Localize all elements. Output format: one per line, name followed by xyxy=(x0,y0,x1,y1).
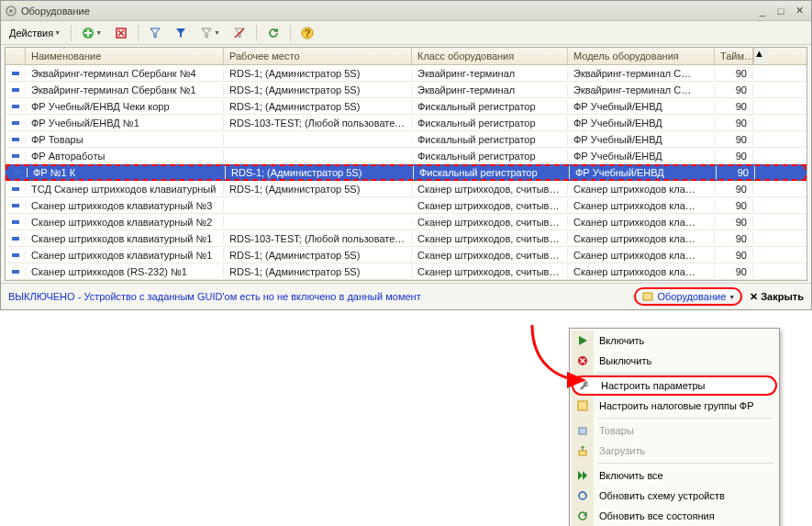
menu-item-wrench[interactable]: Настроить параметры xyxy=(572,375,777,396)
cell-class: Сканер штрихкодов, считыв… xyxy=(412,249,568,262)
menu-item-play[interactable]: Включить xyxy=(572,330,777,351)
cell-timeout: 90 xyxy=(715,232,753,245)
cell-model: Сканер штрихкодов кла… xyxy=(568,216,715,229)
window-icon xyxy=(5,5,17,17)
cell-model: ФР Учебный/ЕНВД xyxy=(568,150,715,162)
close-panel-button[interactable]: ✕ Закрыть xyxy=(750,291,804,303)
filter2-button[interactable] xyxy=(170,24,192,42)
cell-model: Сканер штрихкодов кла… xyxy=(568,183,715,196)
table-row[interactable]: Эквайринг-терминал Сбербанк №1RDS-1; (Ад… xyxy=(6,82,806,98)
clear-filter-button[interactable] xyxy=(228,24,250,42)
cell-class: Сканер штрихкодов, считыв… xyxy=(412,232,568,245)
percent-icon xyxy=(575,398,590,413)
col-name[interactable]: Наименование xyxy=(26,48,224,64)
svg-rect-10 xyxy=(12,138,19,141)
menu-item-label: Настроить налоговые группы ФР xyxy=(599,400,754,411)
cell-class: Фискальный регистратор xyxy=(412,100,568,113)
svg-rect-18 xyxy=(12,270,19,274)
menu-item-label: Товары xyxy=(599,425,634,436)
delete-button[interactable] xyxy=(110,24,132,42)
cell-workplace xyxy=(224,139,412,140)
cell-name: Эквайринг-терминал Сбербанк №1 xyxy=(26,84,224,96)
table-row[interactable]: Эквайринг-терминал Сбербанк №4RDS-1; (Ад… xyxy=(6,65,806,82)
actions-label: Действия xyxy=(9,28,53,39)
cell-model: Сканер штрихкодов кла… xyxy=(568,265,715,278)
svg-rect-22 xyxy=(579,428,586,434)
table-row[interactable]: Сканер штрихкодов клавиатурный №1RDS-1; … xyxy=(6,247,806,263)
cell-workplace xyxy=(224,221,412,223)
cell-timeout: 90 xyxy=(715,100,753,113)
row-status-icon xyxy=(6,251,26,260)
play-icon xyxy=(575,333,590,348)
cell-workplace: RDS-1; (Администратор 5S) xyxy=(224,100,412,113)
refresh-all-icon xyxy=(575,509,590,523)
svg-text:?: ? xyxy=(305,28,311,39)
equipment-grid: Наименование Рабочее место Класс оборудо… xyxy=(5,47,807,281)
table-row[interactable]: ФР Учебный/ЕНВД №1RDS-103-TEST; (Любой п… xyxy=(6,115,806,131)
minimize-button[interactable]: _ xyxy=(754,4,771,18)
row-status-icon xyxy=(6,118,26,128)
wrench-icon xyxy=(577,378,592,393)
svg-rect-7 xyxy=(12,88,19,92)
col-class[interactable]: Класс оборудования xyxy=(412,48,568,64)
table-row[interactable]: ФР №1 КRDS-1; (Администратор 5S)Фискальн… xyxy=(6,164,806,181)
table-row[interactable]: ТСД Сканер штрихкодов клавиатурныйRDS-1;… xyxy=(6,181,806,197)
menu-item-refresh-schema[interactable]: Обновить схему устройств xyxy=(572,486,777,506)
cell-name: Сканер штрихкодов клавиатурный №1 xyxy=(26,249,224,262)
add-button[interactable]: ▼ xyxy=(77,24,106,42)
cell-class: Эквайринг-терминал xyxy=(412,67,568,80)
table-row[interactable]: ФР ТоварыФискальный регистраторФР Учебны… xyxy=(6,131,806,148)
actions-dropdown[interactable]: Действия▼ xyxy=(5,24,65,42)
cell-model: ФР Учебный/ЕНВД xyxy=(568,100,715,113)
cell-timeout: 90 xyxy=(715,249,753,262)
cell-workplace: RDS-103-TEST; (Любой пользователь) xyxy=(224,232,412,245)
filter3-button[interactable]: ▼ xyxy=(195,24,225,42)
refresh-button[interactable] xyxy=(262,24,284,42)
col-icon[interactable] xyxy=(6,48,26,64)
table-row[interactable]: Сканер штрихкодов клавиатурный №1RDS-103… xyxy=(6,230,806,247)
menu-item-refresh-all[interactable]: Обновить все состояния xyxy=(572,506,777,526)
cell-timeout: 90 xyxy=(715,84,753,96)
scrollbar-header: ▲ xyxy=(753,48,768,64)
toolbar: Действия▼ ▼ ▼ ? xyxy=(1,21,811,45)
table-row[interactable]: Сканер штрихкодов (RS-232) №1RDS-1; (Адм… xyxy=(6,263,806,280)
upload-icon xyxy=(575,443,590,458)
table-row[interactable]: Сканер штрихкодов клавиатурный №2Сканер … xyxy=(6,214,806,230)
col-model[interactable]: Модель оборудования xyxy=(568,48,715,64)
cell-model: ФР Учебный/ЕНВД xyxy=(568,117,715,129)
menu-item-percent[interactable]: Настроить налоговые группы ФР xyxy=(572,396,777,416)
menu-item-play-all[interactable]: Включить все xyxy=(572,465,777,486)
row-status-icon xyxy=(6,102,26,111)
table-row[interactable]: ФР АвторабoтыФискальный регистраторФР Уч… xyxy=(6,148,806,164)
cell-timeout: 90 xyxy=(715,265,753,278)
titlebar: Оборудование _ □ ✕ xyxy=(1,1,811,21)
help-button[interactable]: ? xyxy=(296,24,318,42)
svg-rect-23 xyxy=(579,451,586,455)
col-timeout[interactable]: Тайм… xyxy=(715,48,753,64)
menu-item-stop[interactable]: Выключить xyxy=(572,351,777,371)
cell-model: ФР Учебный/ЕНВД xyxy=(570,166,717,179)
svg-rect-11 xyxy=(12,154,19,158)
col-workplace[interactable]: Рабочее место xyxy=(224,48,412,64)
row-status-icon xyxy=(6,234,26,243)
maximize-button[interactable]: □ xyxy=(773,4,789,18)
cell-timeout: 90 xyxy=(715,67,753,80)
svg-rect-17 xyxy=(12,253,19,257)
svg-rect-19 xyxy=(643,293,652,300)
close-button[interactable]: ✕ xyxy=(791,4,807,18)
menu-item-upload: Загрузить xyxy=(572,441,777,461)
row-status-icon xyxy=(6,201,26,210)
cell-model: Сканер штрихкодов кла… xyxy=(568,232,715,245)
table-row[interactable]: Сканер штрихкодов клавиатурный №3Сканер … xyxy=(6,197,806,214)
equipment-dropdown-button[interactable]: Оборудование ▼ xyxy=(634,287,742,306)
row-status-icon xyxy=(6,267,26,276)
filter1-button[interactable] xyxy=(144,24,166,42)
cell-workplace xyxy=(224,155,412,157)
svg-rect-13 xyxy=(12,187,19,191)
cell-model: Сканер штрихкодов кла… xyxy=(568,199,715,212)
cell-workplace: RDS-1; (Администратор 5S) xyxy=(224,67,412,80)
table-row[interactable]: ФР Учебный/ЕНВД Чеки коррRDS-1; (Админис… xyxy=(6,98,806,115)
cell-class: Сканер штрихкодов, считыв… xyxy=(412,216,568,229)
cell-name: ФР Учебный/ЕНВД Чеки корр xyxy=(26,100,224,113)
svg-rect-12 xyxy=(14,171,21,174)
